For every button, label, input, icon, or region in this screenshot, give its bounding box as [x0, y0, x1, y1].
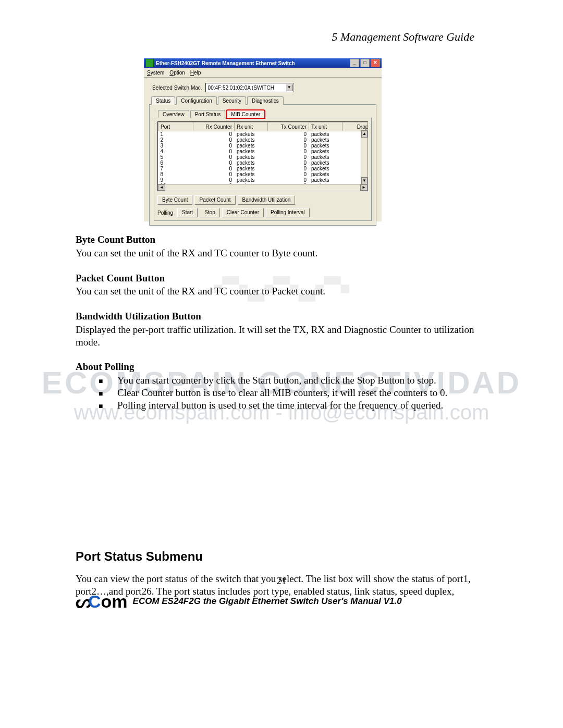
scroll-left-icon[interactable]: ◄ [158, 184, 165, 191]
polling-interval-button[interactable]: Polling Interval [266, 208, 310, 217]
heading-byte-count: Byte Count Button [76, 233, 487, 246]
maximize-button[interactable]: □ [360, 59, 370, 67]
selected-switch-value: 00:4F:52:01:02:0A (SWITCH [208, 85, 274, 91]
polling-bullets: You can start counter by click the Start… [76, 374, 487, 411]
table-row[interactable]: 80packets0packets0 [158, 171, 369, 177]
tab-diagnostics[interactable]: Diagnostics [247, 96, 284, 105]
chapter-header: 5 Management Software Guide [332, 30, 474, 44]
start-button[interactable]: Start [177, 208, 198, 217]
heading-about-polling: About Polling [76, 361, 487, 373]
table-row[interactable]: 10packets0packets0 [158, 131, 369, 138]
section-title-port-status: Port Status Submenu [76, 549, 487, 564]
section-para: You can view the port status of the swit… [76, 573, 487, 598]
document-body: Byte Count Button You can set the unit o… [76, 233, 487, 610]
para-byte-count: You can set the unit of the RX and TC co… [76, 247, 487, 260]
table-row[interactable]: 60packets0packets0 [158, 160, 369, 166]
tab-status[interactable]: Status [151, 96, 175, 105]
sub-tabs: Overview Port Status MIB Counter [158, 110, 372, 118]
menu-help[interactable]: Help [190, 70, 201, 76]
selected-switch-label: Selected Switch Mac. [152, 85, 202, 91]
list-item: Clear Counter button is use to clear all… [117, 387, 487, 399]
col-rx-unit[interactable]: Rx unit [235, 122, 268, 131]
col-tx[interactable]: Tx Counter [268, 122, 309, 131]
close-button[interactable]: ✕ [371, 59, 380, 67]
window-title: Ether-FSH2402GT Remote Management Ethern… [156, 60, 350, 66]
col-tx-unit[interactable]: Tx unit [309, 122, 342, 131]
col-drop[interactable]: Drop Coun [342, 122, 369, 131]
tab-security[interactable]: Security [218, 96, 246, 105]
table-row[interactable]: 40packets0packets0 [158, 149, 369, 154]
table-row[interactable]: 20packets0packets0 [158, 137, 369, 143]
menu-system[interactable]: System [147, 70, 164, 76]
bandwidth-utilization-button[interactable]: Bandwidth Utilization [238, 195, 296, 205]
grid-vscrollbar[interactable]: ▲ ▼ [361, 130, 368, 184]
list-item: You can start counter by click the Start… [117, 374, 487, 387]
app-icon [145, 59, 154, 67]
tab-configuration[interactable]: Configuration [176, 96, 216, 105]
col-port[interactable]: Port [158, 122, 193, 131]
scroll-down-icon[interactable]: ▼ [361, 177, 368, 184]
app-window: Ether-FSH2402GT Remote Management Ethern… [144, 58, 382, 221]
scroll-right-icon[interactable]: ► [360, 184, 368, 191]
stop-button[interactable]: Stop [200, 208, 220, 217]
subtab-overview[interactable]: Overview [158, 110, 189, 118]
table-row[interactable]: 90packets0packets0 [158, 177, 369, 183]
clear-counter-button[interactable]: Clear Counter [222, 208, 264, 217]
subtab-mib-counter[interactable]: MIB Counter [226, 110, 265, 118]
menu-bar: System Option Help [144, 68, 382, 78]
byte-count-button[interactable]: Byte Count [157, 195, 192, 205]
col-rx[interactable]: Rx Counter [193, 122, 235, 131]
scroll-up-icon[interactable]: ▲ [361, 130, 368, 138]
table-row[interactable]: 70packets0packets0 [158, 166, 369, 171]
minimize-button[interactable]: _ [350, 59, 359, 67]
table-row[interactable]: 50packets0packets0 [158, 154, 369, 160]
para-bandwidth: Displayed the per-port traffic utilizati… [76, 324, 487, 349]
selected-switch-combo[interactable]: 00:4F:52:01:02:0A (SWITCH [205, 83, 294, 92]
window-titlebar[interactable]: Ether-FSH2402GT Remote Management Ethern… [144, 58, 382, 68]
grid-hscrollbar[interactable]: ◄ ► [158, 184, 368, 191]
packet-count-button[interactable]: Packet Count [194, 195, 235, 205]
subtab-port-status[interactable]: Port Status [190, 110, 225, 118]
para-packet-count: You can set the unit of the RX and TC co… [76, 285, 487, 298]
heading-packet-count: Packet Count Button [76, 272, 487, 285]
table-row[interactable]: 30packets0packets0 [158, 143, 369, 149]
mib-counter-grid[interactable]: Port Rx Counter Rx unit Tx Counter Tx un… [157, 121, 368, 191]
list-item: Polling interval button is used to set t… [117, 399, 487, 412]
menu-option[interactable]: Option [169, 70, 185, 76]
polling-label: Polling [157, 210, 173, 216]
top-tabs: Status Configuration Security Diagnostic… [151, 96, 376, 105]
heading-bandwidth: Bandwidth Utilization Button [76, 310, 487, 323]
